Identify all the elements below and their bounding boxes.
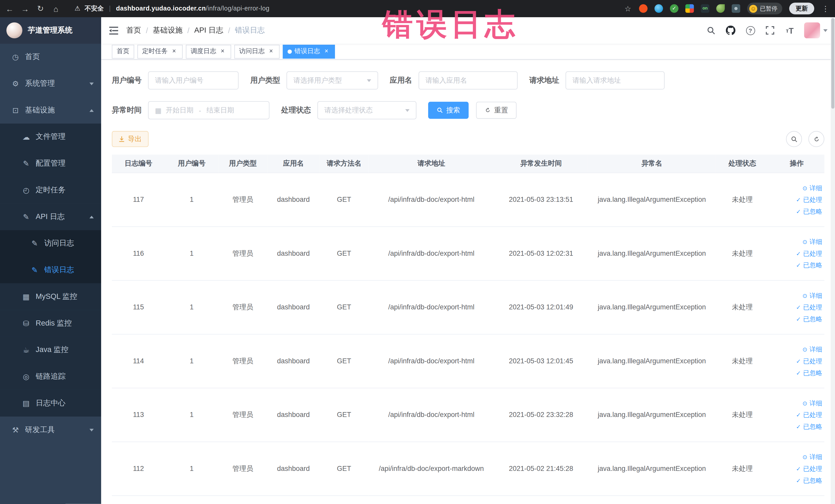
breadcrumb-item[interactable]: 首页 xyxy=(126,26,141,35)
refresh-table-button[interactable] xyxy=(808,131,824,147)
detail-link[interactable]: ⊙详细 xyxy=(771,451,822,463)
tab-label: 错误日志 xyxy=(294,47,320,56)
sidebar-item-label: 定时任务 xyxy=(36,185,65,195)
kebab-menu-icon[interactable]: ⋮ xyxy=(821,4,830,13)
tab-label: 首页 xyxy=(117,47,129,56)
processed-link[interactable]: ✓已处理 xyxy=(771,301,822,313)
extension-icon[interactable] xyxy=(655,4,663,13)
sidebar-item-log-center[interactable]: ▤日志中心 xyxy=(0,390,101,417)
user-menu[interactable] xyxy=(804,22,828,38)
gear-icon: ⚙ xyxy=(11,79,20,88)
ignored-link[interactable]: ✓已忽略 xyxy=(771,313,822,325)
close-icon[interactable]: × xyxy=(170,48,178,55)
detail-link[interactable]: ⊙详细 xyxy=(771,397,822,409)
process-status-select[interactable]: 请选择处理状态 xyxy=(317,101,416,119)
extension-icon[interactable] xyxy=(639,4,648,13)
tab-home[interactable]: 首页 xyxy=(112,44,134,58)
sidebar-item-label: Redis 监控 xyxy=(36,319,72,328)
bookmark-star-icon[interactable]: ☆ xyxy=(624,4,632,13)
ignored-link[interactable]: ✓已忽略 xyxy=(771,259,822,271)
detail-link[interactable]: ⊙详细 xyxy=(771,182,822,194)
sidebar-toggle-button[interactable] xyxy=(101,26,126,35)
cell-user-type: 管理员 xyxy=(219,388,267,442)
tab-label: 定时任务 xyxy=(142,47,168,56)
breadcrumb-separator-icon: / xyxy=(146,26,148,35)
fullscreen-icon[interactable] xyxy=(765,25,775,36)
sidebar-item-api-log[interactable]: ✎API 日志 xyxy=(0,204,101,230)
edit-square-icon: ✎ xyxy=(30,239,39,248)
sidebar-item-home[interactable]: ◷首页 xyxy=(0,44,101,70)
breadcrumb-item[interactable]: API 日志 xyxy=(194,26,223,35)
help-icon[interactable]: ? xyxy=(745,25,755,36)
detail-link[interactable]: ⊙详细 xyxy=(771,289,822,301)
processed-link[interactable]: ✓已处理 xyxy=(771,463,822,475)
reset-button[interactable]: 重置 xyxy=(476,102,517,119)
tab-access-log[interactable]: 访问日志× xyxy=(235,44,280,58)
back-button[interactable]: ← xyxy=(5,4,14,13)
processed-link[interactable]: ✓已处理 xyxy=(771,247,822,259)
column-header: 用户编号 xyxy=(165,155,218,173)
sidebar-item-trace[interactable]: ◎链路追踪 xyxy=(0,363,101,390)
browser-home-button[interactable]: ⌂ xyxy=(52,4,60,13)
extension-on-icon[interactable] xyxy=(701,4,709,13)
scrollbar[interactable] xyxy=(831,17,835,504)
ignored-link[interactable]: ✓已忽略 xyxy=(771,474,822,486)
app-name-input[interactable]: 请输入应用名 xyxy=(419,72,518,89)
sidebar-item-file[interactable]: ☁文件管理 xyxy=(0,123,101,150)
breadcrumb-separator-icon: / xyxy=(228,26,230,35)
ignored-link[interactable]: ✓已忽略 xyxy=(771,205,822,217)
cell-app-name: dashboard xyxy=(267,280,319,334)
toggle-search-button[interactable] xyxy=(786,131,802,147)
sidebar-item-system[interactable]: ⚙系统管理 xyxy=(0,70,101,97)
update-button[interactable]: 更新 xyxy=(789,3,814,14)
user-type-select[interactable]: 请选择用户类型 xyxy=(286,72,378,89)
sidebar-item-job[interactable]: ◴定时任务 xyxy=(0,177,101,204)
sidebar-item-dev-tools[interactable]: ⚒研发工具 xyxy=(0,417,101,443)
processed-link[interactable]: ✓已处理 xyxy=(771,409,822,421)
breadcrumb-item[interactable]: 基础设施 xyxy=(153,26,183,35)
sidebar-item-mysql[interactable]: ▦MySQL 监控 xyxy=(0,283,101,310)
search-icon[interactable] xyxy=(706,25,716,36)
export-button[interactable]: 导出 xyxy=(112,131,149,147)
security-label[interactable]: 不安全 xyxy=(84,4,104,13)
cell-status: 未处理 xyxy=(716,442,769,496)
scrollbar-thumb[interactable] xyxy=(831,18,834,109)
close-icon[interactable]: × xyxy=(219,48,226,55)
ignored-link[interactable]: ✓已忽略 xyxy=(771,367,822,379)
close-icon[interactable]: × xyxy=(323,48,330,55)
detail-link[interactable]: ⊙详细 xyxy=(771,343,822,355)
github-icon[interactable] xyxy=(726,25,736,36)
column-header: 异常发生时间 xyxy=(494,155,588,173)
processed-link[interactable]: ✓已处理 xyxy=(771,194,822,205)
processed-link[interactable]: ✓已处理 xyxy=(771,355,822,367)
forward-button[interactable]: → xyxy=(21,4,29,13)
url-text[interactable]: dashboard.yudao.iocoder.cn/infra/log/api… xyxy=(116,5,269,12)
tab-error-log[interactable]: 错误日志× xyxy=(283,44,335,58)
sidebar-item-java[interactable]: ☕Java 监控 xyxy=(0,337,101,363)
tab-job[interactable]: 定时任务× xyxy=(137,44,183,58)
detail-link[interactable]: ⊙详细 xyxy=(771,236,822,247)
close-icon[interactable]: × xyxy=(267,48,274,55)
reload-button[interactable]: ↻ xyxy=(36,4,45,13)
sidebar-item-redis[interactable]: ⛁Redis 监控 xyxy=(0,310,101,337)
tab-job-log[interactable]: 调度日志× xyxy=(186,44,231,58)
request-url-input[interactable]: 请输入请求地址 xyxy=(566,72,665,89)
ignored-link[interactable]: ✓已忽略 xyxy=(771,421,822,432)
address-bar[interactable]: ⚠ 不安全 | dashboard.yudao.iocoder.cn/infra… xyxy=(75,4,269,13)
sidebar-item-infrastructure[interactable]: ⊡基础设施 xyxy=(0,97,101,124)
action-label: 已处理 xyxy=(803,355,822,367)
font-size-icon[interactable] xyxy=(785,25,795,36)
profile-paused-chip[interactable]: 已暂停 xyxy=(747,3,782,14)
search-button[interactable]: 搜索 xyxy=(428,102,469,119)
extension-icon[interactable] xyxy=(716,4,725,13)
user-id-input[interactable]: 请输入用户编号 xyxy=(148,72,239,89)
sidebar-item-error-log[interactable]: ✎错误日志 xyxy=(0,257,101,283)
extension-icon[interactable] xyxy=(670,4,678,13)
extension-icon[interactable] xyxy=(732,4,740,13)
sidebar-item-config[interactable]: ✎配置管理 xyxy=(0,150,101,177)
exception-time-range-input[interactable]: ▦ 开始日期 - 结束日期 xyxy=(148,101,269,119)
app-logo[interactable]: 芋道管理系统 xyxy=(0,17,101,44)
action-label: 详细 xyxy=(809,343,822,355)
sidebar-item-access-log[interactable]: ✎访问日志 xyxy=(0,230,101,257)
extensions-grid-icon[interactable] xyxy=(685,4,694,13)
